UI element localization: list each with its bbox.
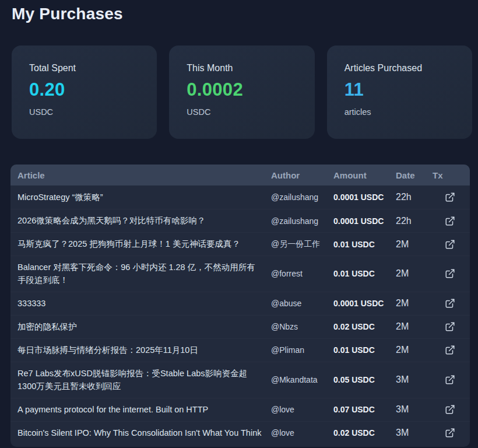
external-link-icon[interactable] xyxy=(444,320,456,333)
purchase-date: 3M xyxy=(396,428,433,438)
tx-cell xyxy=(433,215,468,228)
purchase-amount: 0.0001 USDC xyxy=(333,192,396,202)
external-link-icon[interactable] xyxy=(444,215,456,228)
purchase-date: 3M xyxy=(396,374,433,385)
article-title: A payments protocol for the internet. Bu… xyxy=(17,403,271,416)
stat-card-total-spent: Total Spent 0.20 USDC xyxy=(12,46,157,139)
table-row: A payments protocol for the internet. Bu… xyxy=(10,398,470,421)
article-title: 2026微策略会成为黑天鹅吗？对比特币有啥影响？ xyxy=(17,214,271,227)
tx-cell xyxy=(433,238,468,251)
table-row: 333333@abuse0.0001 USDC2M xyxy=(10,292,470,315)
purchase-amount: 0.0001 USDC xyxy=(333,216,396,226)
tx-cell xyxy=(433,426,468,439)
article-title: Balancer 对黑客下死命令：96 小时内还 1.28 亿，不然动用所有手段… xyxy=(17,261,271,287)
tx-cell xyxy=(433,191,468,204)
table-row: 2026微策略会成为黑天鹅吗？对比特币有啥影响？@zailushang0.000… xyxy=(10,209,470,232)
page-title: My Purchases xyxy=(12,5,123,23)
external-link-icon[interactable] xyxy=(444,297,456,310)
stat-label: Total Spent xyxy=(29,63,139,74)
table-header-row: Article Author Amount Date Tx xyxy=(10,164,470,186)
stat-unit: USDC xyxy=(187,107,297,117)
purchase-date: 22h xyxy=(396,192,433,202)
purchases-table: Article Author Amount Date Tx MicroStrat… xyxy=(10,164,470,447)
article-author: @zailushang xyxy=(271,216,333,226)
tx-cell xyxy=(433,373,468,386)
table-row: Balancer 对黑客下死命令：96 小时内还 1.28 亿，不然动用所有手段… xyxy=(10,256,470,292)
purchase-amount: 0.01 USDC xyxy=(333,240,396,249)
external-link-icon[interactable] xyxy=(444,403,456,416)
tx-cell xyxy=(433,344,468,356)
external-link-icon[interactable] xyxy=(444,267,456,280)
article-author: @另一份工作 xyxy=(271,239,333,250)
stat-value: 0.0002 xyxy=(187,79,297,100)
article-title: 加密的隐私保护 xyxy=(17,320,271,333)
stat-card-this-month: This Month 0.0002 USDC xyxy=(169,46,314,139)
article-title: Bitcoin's Silent IPO: Why This Consolida… xyxy=(17,426,271,439)
stat-value: 0.20 xyxy=(29,79,139,100)
article-author: @abuse xyxy=(271,299,333,308)
stat-card-articles-purchased: Articles Purchased 11 articles xyxy=(327,46,472,139)
purchase-amount: 0.02 USDC xyxy=(333,428,396,438)
purchase-date: 2M xyxy=(396,239,433,250)
article-author: @Pliman xyxy=(271,345,333,355)
external-link-icon[interactable] xyxy=(444,373,456,386)
col-header-author: Author xyxy=(271,170,333,180)
stat-unit: USDC xyxy=(29,107,139,117)
article-title: 333333 xyxy=(17,297,271,310)
purchase-amount: 0.01 USDC xyxy=(333,345,396,355)
tx-cell xyxy=(433,403,468,416)
col-header-date: Date xyxy=(396,170,433,180)
article-author: @forrest xyxy=(271,269,333,278)
purchase-date: 2M xyxy=(396,345,433,355)
stat-value: 11 xyxy=(345,79,455,100)
purchase-amount: 0.0001 USDC xyxy=(333,299,396,308)
table-row: MicroStrategy “微策略”@zailushang0.0001 USD… xyxy=(10,186,470,209)
article-title: MicroStrategy “微策略” xyxy=(17,191,271,204)
tx-cell xyxy=(433,320,468,333)
tx-cell xyxy=(433,267,468,280)
external-link-icon[interactable] xyxy=(444,191,456,204)
stat-label: This Month xyxy=(187,63,297,74)
purchase-date: 3M xyxy=(396,404,433,415)
col-header-amount: Amount xyxy=(333,170,396,180)
article-title: Re7 Labs发布xUSD脱锚影响报告：受Stable Labs影响资金超13… xyxy=(17,367,271,393)
article-title: 每日市场脉搏与情绪分析报告：2025年11月10日 xyxy=(17,344,271,356)
table-row: 马斯克疯了？2025 把狗狗币射上月球！1 美元神话要成真？@另一份工作0.01… xyxy=(10,232,470,256)
article-author: @zailushang xyxy=(271,192,333,202)
stat-unit: articles xyxy=(345,107,455,117)
col-header-article: Article xyxy=(17,170,271,180)
col-header-tx: Tx xyxy=(433,170,468,180)
table-row: Bitcoin's Silent IPO: Why This Consolida… xyxy=(10,421,470,444)
article-author: @Nbzs xyxy=(271,322,333,331)
purchase-amount: 0.02 USDC xyxy=(333,322,396,331)
article-title: 马斯克疯了？2025 把狗狗币射上月球！1 美元神话要成真？ xyxy=(17,237,271,250)
table-row: 加密的隐私保护@Nbzs0.02 USDC2M xyxy=(10,315,470,338)
purchase-date: 22h xyxy=(396,216,433,226)
external-link-icon[interactable] xyxy=(444,426,456,439)
article-author: @love xyxy=(271,405,333,414)
purchase-amount: 0.01 USDC xyxy=(333,269,396,278)
purchase-date: 2M xyxy=(396,268,433,279)
table-row: Re7 Labs发布xUSD脱锚影响报告：受Stable Labs影响资金超13… xyxy=(10,362,470,398)
external-link-icon[interactable] xyxy=(444,344,456,356)
article-author: @Mkandtata xyxy=(271,375,333,384)
purchase-amount: 0.05 USDC xyxy=(333,375,396,384)
stat-label: Articles Purchased xyxy=(345,63,455,74)
stats-row: Total Spent 0.20 USDC This Month 0.0002 … xyxy=(12,46,472,139)
tx-cell xyxy=(433,297,468,310)
table-row: 每日市场脉搏与情绪分析报告：2025年11月10日@Pliman0.01 USD… xyxy=(10,338,470,362)
table-body: MicroStrategy “微策略”@zailushang0.0001 USD… xyxy=(10,186,470,447)
article-author: @love xyxy=(271,428,333,438)
purchase-date: 2M xyxy=(396,321,433,332)
purchase-date: 2M xyxy=(396,298,433,309)
external-link-icon[interactable] xyxy=(444,238,456,251)
purchases-page: My Purchases Total Spent 0.20 USDC This … xyxy=(0,0,478,448)
purchase-amount: 0.07 USDC xyxy=(333,405,396,414)
